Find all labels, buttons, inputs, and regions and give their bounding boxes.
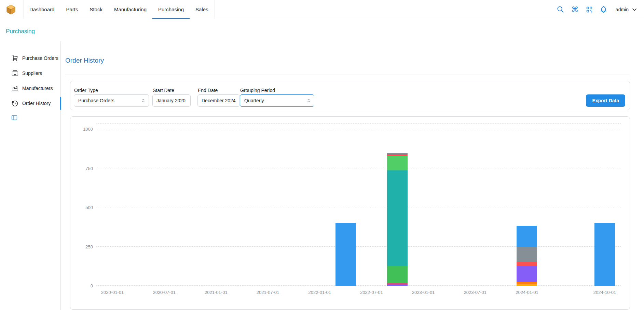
y-axis-tick-label: 750 bbox=[72, 166, 93, 171]
chart-bar-2022-04-01 bbox=[335, 223, 356, 286]
navbar-actions: ⌘ admin bbox=[556, 5, 638, 14]
x-axis-tick-label: 2024-10-01 bbox=[593, 290, 616, 295]
grouping-period-label: Grouping Period bbox=[240, 88, 275, 93]
notifications-bell-icon[interactable] bbox=[599, 5, 608, 14]
select-chevrons-icon bbox=[141, 98, 146, 103]
order-type-value: Purchase Orders bbox=[78, 98, 114, 103]
gridline bbox=[96, 168, 621, 168]
end-date-field bbox=[197, 94, 240, 107]
sidebar-item-manufacturers[interactable]: Manufacturers bbox=[0, 81, 60, 96]
end-date-label: End Date bbox=[198, 88, 218, 93]
x-axis-tick-label: 2023-07-01 bbox=[464, 290, 487, 295]
select-chevrons-icon bbox=[306, 98, 311, 103]
start-date-input[interactable] bbox=[153, 95, 190, 106]
tab-purchasing[interactable]: Purchasing bbox=[152, 0, 190, 19]
sidebar-item-label: Suppliers bbox=[22, 70, 42, 76]
purchasing-sidebar: Purchase Orders Suppliers Manufacturers … bbox=[0, 41, 61, 310]
order-type-group: Order Type Purchase Orders bbox=[74, 81, 149, 93]
grouping-period-select[interactable]: Quarterly bbox=[240, 94, 314, 107]
sidebar-item-order-history[interactable]: Order History bbox=[0, 96, 60, 111]
chevron-down-icon bbox=[631, 6, 638, 13]
bar-segment bbox=[517, 262, 537, 266]
chart-bar-2022-10-01 bbox=[387, 153, 408, 286]
bar-segment bbox=[517, 247, 537, 262]
order-type-select[interactable]: Purchase Orders bbox=[74, 94, 149, 107]
y-axis-tick-label: 1000 bbox=[72, 127, 93, 132]
tab-sales[interactable]: Sales bbox=[190, 0, 214, 19]
page-title: Order History bbox=[65, 57, 104, 64]
grouping-period-value: Quarterly bbox=[244, 98, 264, 103]
breadcrumb: Purchasing bbox=[0, 20, 644, 41]
grouping-period-group: Grouping Period Quarterly bbox=[240, 81, 314, 93]
top-navbar: Dashboard Parts Stock Manufacturing Purc… bbox=[0, 0, 644, 19]
username-label: admin bbox=[616, 7, 629, 12]
tab-dashboard[interactable]: Dashboard bbox=[24, 0, 60, 19]
gridline bbox=[96, 285, 621, 286]
gridline bbox=[96, 123, 621, 124]
qr-scan-icon[interactable] bbox=[585, 5, 594, 14]
chart-bar-2024-01-01 bbox=[517, 226, 537, 286]
sidebar-collapse-icon[interactable] bbox=[11, 114, 18, 121]
sidebar-item-label: Purchase Orders bbox=[22, 55, 58, 61]
tab-parts[interactable]: Parts bbox=[60, 0, 84, 19]
gridline bbox=[96, 207, 621, 207]
x-axis-tick-label: 2022-07-01 bbox=[360, 290, 383, 295]
filter-card: Order Type Purchase Orders Start Date En… bbox=[70, 81, 630, 110]
start-date-label: Start Date bbox=[153, 88, 174, 93]
bar-segment bbox=[387, 266, 408, 283]
x-axis-tick-label: 2022-01-01 bbox=[308, 290, 331, 295]
command-icon[interactable]: ⌘ bbox=[571, 5, 579, 14]
tab-manufacturing[interactable]: Manufacturing bbox=[108, 0, 152, 19]
end-date-input[interactable] bbox=[198, 95, 239, 106]
bar-segment bbox=[387, 170, 408, 266]
order-history-panel: Order History Order Type Purchase Orders… bbox=[61, 41, 644, 310]
sidebar-item-purchase-orders[interactable]: Purchase Orders bbox=[0, 51, 60, 66]
history-icon bbox=[12, 100, 18, 107]
bar-segment bbox=[517, 284, 537, 286]
inventree-logo-icon[interactable] bbox=[5, 4, 16, 15]
bar-segment bbox=[594, 223, 615, 286]
bar-segment bbox=[517, 282, 537, 284]
main-nav-tabs: Dashboard Parts Stock Manufacturing Purc… bbox=[23, 0, 215, 19]
y-axis-tick-label: 250 bbox=[72, 244, 93, 249]
x-axis-tick-label: 2020-01-01 bbox=[101, 290, 124, 295]
sidebar-item-label: Manufacturers bbox=[22, 86, 53, 91]
x-axis-tick-label: 2021-07-01 bbox=[257, 290, 279, 295]
gridline bbox=[96, 246, 621, 247]
bar-segment bbox=[517, 226, 537, 247]
building-factory-icon bbox=[12, 85, 18, 92]
breadcrumb-link-purchasing[interactable]: Purchasing bbox=[6, 25, 35, 35]
export-data-button[interactable]: Export Data bbox=[586, 94, 625, 107]
order-history-chart-card: 025050075010002020-01-012020-07-012021-0… bbox=[70, 116, 630, 310]
bar-segment bbox=[387, 284, 408, 286]
command-glyph: ⌘ bbox=[571, 6, 578, 13]
title-divider bbox=[65, 75, 630, 75]
gridline bbox=[96, 129, 621, 129]
user-menu[interactable]: admin bbox=[616, 6, 638, 13]
start-date-field bbox=[152, 94, 191, 107]
x-axis-tick-label: 2020-07-01 bbox=[153, 290, 176, 295]
order-type-label: Order Type bbox=[74, 88, 98, 93]
sidebar-item-suppliers[interactable]: Suppliers bbox=[0, 66, 60, 81]
x-axis-tick-label: 2023-01-01 bbox=[412, 290, 435, 295]
y-axis-tick-label: 500 bbox=[72, 205, 93, 210]
chart-plot: 025050075010002020-01-012020-07-012021-0… bbox=[96, 124, 621, 286]
x-axis-tick-label: 2021-01-01 bbox=[205, 290, 228, 295]
shopping-cart-icon bbox=[12, 55, 18, 62]
x-axis-tick-label: 2024-01-01 bbox=[516, 290, 538, 295]
chart-bar-2024-10-01 bbox=[594, 223, 615, 286]
tab-stock[interactable]: Stock bbox=[84, 0, 108, 19]
bar-segment bbox=[335, 223, 356, 286]
sidebar-item-label: Order History bbox=[22, 101, 51, 106]
y-axis-tick-label: 0 bbox=[72, 283, 93, 288]
bar-segment bbox=[387, 156, 408, 171]
bar-segment bbox=[517, 266, 537, 282]
search-icon[interactable] bbox=[556, 5, 565, 14]
building-store-icon bbox=[12, 70, 18, 77]
